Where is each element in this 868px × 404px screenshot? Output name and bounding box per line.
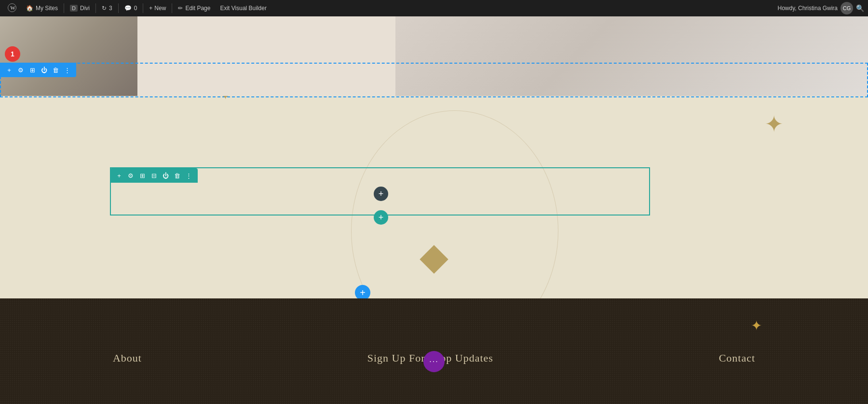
exit-builder-label: Exit Visual Builder <box>220 5 267 12</box>
module-add-button[interactable]: + <box>114 170 124 181</box>
module-more-button[interactable]: ⋮ <box>183 170 194 181</box>
star-decoration-top: ✦ <box>764 113 784 136</box>
new-button[interactable]: + New <box>145 5 170 12</box>
wp-icon: W <box>8 3 16 13</box>
footer-about-link[interactable]: About <box>113 352 142 364</box>
footer-star-decoration: ✦ <box>751 318 762 334</box>
edit-page-button[interactable]: ✏ Edit Page <box>174 0 214 16</box>
separator-2 <box>95 3 96 13</box>
badge-number: 1 <box>11 50 14 58</box>
row-toolbar: + ⚙ ⊞ ⏻ 🗑 ⋮ <box>0 63 76 77</box>
new-label: New <box>154 5 166 12</box>
greeting-text: Howdy, Christina Gwira <box>778 5 838 12</box>
row-layout-button[interactable]: ⊞ <box>27 65 38 75</box>
revisions-menu[interactable]: ↻ 3 <box>98 0 116 16</box>
my-sites-label: My Sites <box>36 5 58 12</box>
row-settings-button[interactable]: ⚙ <box>15 65 26 75</box>
top-section: 1 + ⚙ ⊞ ⏻ 🗑 ⋮ <box>0 16 868 96</box>
hero-image-right <box>395 16 868 96</box>
section-badge: 1 <box>5 46 20 62</box>
page-wrapper: 1 + ⚙ ⊞ ⏻ 🗑 ⋮ ✦ + ⚙ ⊞ ⊟ ⏻ 🗑 ⋮ <box>0 16 868 404</box>
module-delete-button[interactable]: 🗑 <box>172 170 182 181</box>
comment-icon: 💬 <box>124 5 132 12</box>
separator-3 <box>118 3 119 13</box>
hero-image-left <box>0 16 137 96</box>
admin-bar: W 🏠 My Sites D Divi ↻ 3 💬 0 + New ✏ Edit… <box>0 0 868 16</box>
search-icon[interactable]: 🔍 <box>856 4 864 12</box>
wp-logo[interactable]: W <box>4 0 20 16</box>
svg-text:W: W <box>10 5 15 11</box>
edit-icon: ✏ <box>178 5 183 12</box>
exit-builder-button[interactable]: Exit Visual Builder <box>216 0 271 16</box>
user-avatar[interactable]: CG <box>841 2 853 14</box>
add-section-button-blue[interactable]: + <box>355 285 370 298</box>
divi-menu[interactable]: D Divi <box>66 0 94 16</box>
row-delete-button[interactable]: 🗑 <box>50 65 61 75</box>
separator-4 <box>143 3 143 13</box>
footer: About Sign Up For Shop Updates Contact ✦ <box>0 298 868 404</box>
module-settings-button[interactable]: ⚙ <box>125 170 136 181</box>
divi-icon: D <box>70 5 78 12</box>
my-sites-menu[interactable]: 🏠 My Sites <box>22 0 62 16</box>
house-icon: 🏠 <box>26 5 33 12</box>
footer-contact-link[interactable]: Contact <box>719 352 755 364</box>
revisions-icon: ↻ <box>102 5 107 12</box>
comments-count: 0 <box>134 5 137 12</box>
row-more-button[interactable]: ⋮ <box>62 65 72 75</box>
comments-menu[interactable]: 💬 0 <box>121 0 141 16</box>
module-star-decoration: ✦ <box>222 96 229 102</box>
module-toolbar: + ⚙ ⊞ ⊟ ⏻ 🗑 ⋮ <box>110 168 198 183</box>
plus-icon: + <box>149 5 152 12</box>
row-add-button[interactable]: + <box>4 65 14 75</box>
diamond-decoration <box>420 245 448 273</box>
add-row-button-teal[interactable]: + <box>374 210 388 225</box>
module-layout-button[interactable]: ⊞ <box>137 170 148 181</box>
separator-1 <box>64 3 64 13</box>
divi-label: Divi <box>80 5 90 12</box>
module-columns-button[interactable]: ⊟ <box>149 170 159 181</box>
row-power-button[interactable]: ⏻ <box>39 65 49 75</box>
divi-builder-tool[interactable] <box>423 351 445 372</box>
beige-section: ✦ + ⚙ ⊞ ⊟ ⏻ 🗑 ⋮ ✦ + + + <box>0 96 868 298</box>
module-power-button[interactable]: ⏻ <box>160 170 171 181</box>
admin-bar-right: Howdy, Christina Gwira CG 🔍 <box>778 2 864 14</box>
edit-page-label: Edit Page <box>185 5 210 12</box>
add-content-button-dark[interactable]: + <box>374 187 388 201</box>
separator-5 <box>172 3 172 13</box>
revisions-count: 3 <box>109 5 112 12</box>
